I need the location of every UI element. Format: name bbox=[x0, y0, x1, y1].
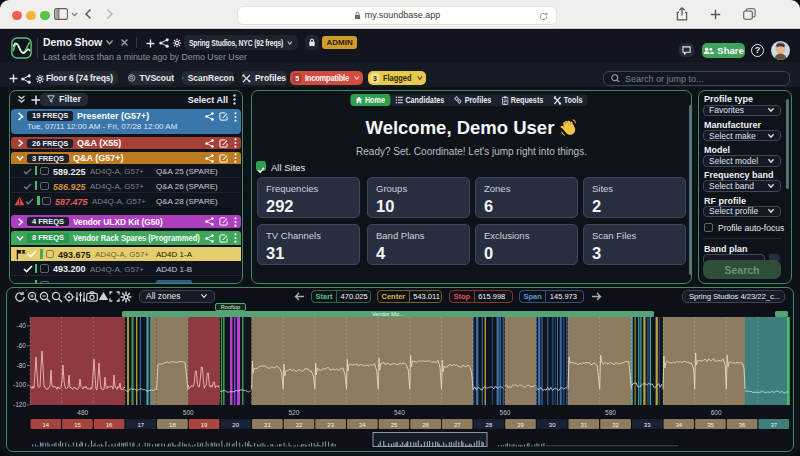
svg-text:32: 32 bbox=[612, 422, 619, 428]
svg-text:29: 29 bbox=[517, 422, 524, 428]
svg-text:27: 27 bbox=[454, 422, 461, 428]
svg-text:26: 26 bbox=[422, 422, 429, 428]
svg-text:19: 19 bbox=[201, 422, 208, 428]
svg-text:23: 23 bbox=[327, 422, 334, 428]
svg-text:16: 16 bbox=[106, 422, 113, 428]
svg-text:20: 20 bbox=[232, 422, 239, 428]
svg-text:-120: -120 bbox=[13, 401, 26, 408]
svg-text:500: 500 bbox=[183, 409, 194, 416]
svg-text:33: 33 bbox=[644, 422, 651, 428]
svg-text:-100: -100 bbox=[13, 381, 26, 388]
svg-text:-80: -80 bbox=[17, 362, 27, 369]
svg-text:21: 21 bbox=[264, 422, 271, 428]
svg-text:480: 480 bbox=[77, 409, 88, 416]
svg-text:17: 17 bbox=[137, 422, 144, 428]
svg-text:14: 14 bbox=[42, 422, 49, 428]
svg-text:-40: -40 bbox=[17, 322, 27, 329]
svg-text:28: 28 bbox=[486, 422, 493, 428]
svg-text:30: 30 bbox=[549, 422, 556, 428]
svg-text:-60: -60 bbox=[17, 342, 27, 349]
svg-text:31: 31 bbox=[581, 422, 588, 428]
svg-text:25: 25 bbox=[391, 422, 398, 428]
svg-text:24: 24 bbox=[359, 422, 366, 428]
svg-text:36: 36 bbox=[739, 422, 746, 428]
svg-text:35: 35 bbox=[707, 422, 714, 428]
svg-text:580: 580 bbox=[605, 409, 616, 416]
svg-text:560: 560 bbox=[500, 409, 511, 416]
svg-text:37: 37 bbox=[770, 422, 777, 428]
svg-text:22: 22 bbox=[296, 422, 303, 428]
svg-text:600: 600 bbox=[711, 409, 722, 416]
svg-text:34: 34 bbox=[675, 422, 682, 428]
svg-text:540: 540 bbox=[394, 409, 405, 416]
svg-text:520: 520 bbox=[288, 409, 299, 416]
svg-text:18: 18 bbox=[169, 422, 176, 428]
svg-text:15: 15 bbox=[74, 422, 81, 428]
